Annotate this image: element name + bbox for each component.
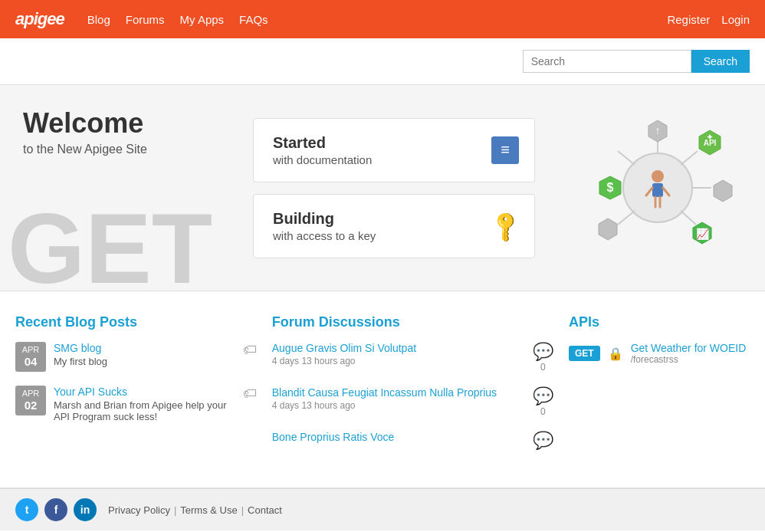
twitter-icon[interactable]: t [15,498,38,521]
contact-link[interactable]: Contact [248,504,282,516]
blog-link-2[interactable]: Your API Sucks [54,386,127,398]
forum-item-1: Augue Gravis Olim Si Volutpat 4 days 13 … [272,342,553,373]
key-icon: 🔑 [490,211,520,241]
footer-links: Privacy Policy | Terms & Use | Contact [108,504,282,516]
card-building-title: Building [273,210,488,228]
register-link[interactable]: Register [667,13,710,26]
card-building-sub: with access to a key [273,229,488,242]
blog-content-1: SMG blog My first blog [54,342,231,367]
privacy-policy-link[interactable]: Privacy Policy [108,504,170,516]
hero-card-building[interactable]: Building with access to a key 🔑 [253,194,535,258]
forum-section: Forum Discussions Augue Gravis Olim Si V… [272,314,553,465]
content-area: Recent Blog Posts Apr 04 SMG blog My fir… [0,291,765,488]
search-input[interactable] [523,50,691,73]
linkedin-icon[interactable]: in [74,498,97,521]
forum-link-3[interactable]: Bone Proprius Ratis Voce [272,431,395,443]
forum-replies-icon-3: 💬 [533,431,553,451]
forum-icon-wrap-3: 💬 [533,431,553,451]
blog-desc-2: Marsh and Brian from Apigee help your AP… [54,399,231,422]
nav-faqs[interactable]: FAQs [239,13,268,26]
tag-icon-1: 🏷 [243,342,257,358]
hero-section: Welcome to the New Apigee Site GET Start… [0,84,765,291]
forum-replies-icon-1: 💬 [533,342,553,362]
svg-point-1 [652,170,664,182]
main-nav: Blog Forums My Apps FAQs [87,13,668,26]
svg-text:↑: ↑ [655,124,661,136]
blog-section-title: Recent Blog Posts [15,314,257,330]
nav-myapps[interactable]: My Apps [180,13,225,26]
api-section-title: APIs [569,314,750,330]
footer-social: t f in [15,498,97,521]
terms-use-link[interactable]: Terms & Use [180,504,237,516]
api-item-1: GET 🔒 Get Weather for WOEID /forecastrss [569,342,750,365]
api-lock-icon: 🔒 [608,346,623,361]
card-started-title: Started [273,134,488,152]
forum-icon-wrap-2: 💬 0 [533,386,553,417]
doc-icon [490,135,520,166]
forum-link-1[interactable]: Augue Gravis Olim Si Volutpat [272,342,416,354]
blog-content-2: Your API Sucks Marsh and Brian from Apig… [54,386,231,422]
svg-text:$: $ [607,181,614,194]
forum-count-2: 0 [540,406,546,417]
forum-text-1: Augue Gravis Olim Si Volutpat 4 days 13 … [272,342,527,366]
svg-text:📈: 📈 [696,228,710,241]
search-bar: Search [0,38,765,84]
welcome-subtitle: to the New Apigee Site [23,143,215,156]
api-section: APIs GET 🔒 Get Weather for WOEID /foreca… [569,314,750,465]
forum-time-2: 4 days 13 hours ago [272,400,527,411]
nav-blog[interactable]: Blog [87,13,110,26]
svg-marker-23 [599,218,617,240]
api-get-badge: GET [569,346,600,361]
search-button[interactable]: Search [691,50,750,73]
hero-card-started[interactable]: Started with documentation [253,118,535,182]
forum-count-1: 0 [540,362,546,373]
svg-rect-2 [652,183,663,197]
blog-date-1: Apr 04 [15,342,46,372]
hero-get-text: GET [8,199,212,291]
forum-text-2: Blandit Causa Feugiat Incassum Nulla Pro… [272,386,527,411]
hero-illustration: ↑ API ✦ 📈 $ [550,85,765,291]
welcome-title: Welcome [23,108,215,139]
header: apigee Blog Forums My Apps FAQs Register… [0,0,765,38]
logo[interactable]: apigee [15,9,64,29]
footer-divider-1: | [174,504,176,516]
card-started-sub: with documentation [273,153,488,166]
blog-date-2: Apr 02 [15,386,46,415]
blog-item-2: Apr 02 Your API Sucks Marsh and Brian fr… [15,386,257,422]
forum-time-1: 4 days 13 hours ago [272,356,527,366]
api-info-1: Get Weather for WOEID /forecastrss [631,342,747,365]
forum-item-2: Blandit Causa Feugiat Incassum Nulla Pro… [272,386,553,417]
blog-section: Recent Blog Posts Apr 04 SMG blog My fir… [15,314,257,465]
login-link[interactable]: Login [721,13,750,26]
forum-icon-wrap-1: 💬 0 [533,342,553,373]
blog-desc-1: My first blog [54,356,231,367]
blog-link-1[interactable]: SMG blog [54,342,101,354]
footer-divider-2: | [241,504,244,516]
svg-line-11 [618,211,635,225]
forum-replies-icon-2: 💬 [533,386,553,406]
header-right: Register Login [667,13,750,26]
facebook-icon[interactable]: f [44,498,67,521]
forum-item-3: Bone Proprius Ratis Voce 💬 [272,431,553,451]
svg-line-8 [618,151,635,165]
footer: t f in Privacy Policy | Terms & Use | Co… [0,488,765,530]
forum-section-title: Forum Discussions [272,314,553,330]
forum-text-3: Bone Proprius Ratis Voce [272,431,527,443]
svg-text:✦: ✦ [706,132,714,143]
api-path-1: /forecastrss [631,354,747,365]
forum-link-2[interactable]: Blandit Causa Feugiat Incassum Nulla Pro… [272,386,497,399]
svg-line-12 [681,211,696,225]
api-link-1[interactable]: Get Weather for WOEID [631,342,747,354]
blog-item: Apr 04 SMG blog My first blog 🏷 [15,342,257,372]
tag-icon-2: 🏷 [243,386,257,402]
nav-forums[interactable]: Forums [126,13,165,26]
hero-left: Welcome to the New Apigee Site GET [0,85,238,291]
hero-cards: Started with documentation Building with… [238,85,550,291]
svg-line-9 [681,151,698,165]
svg-marker-18 [714,180,732,202]
